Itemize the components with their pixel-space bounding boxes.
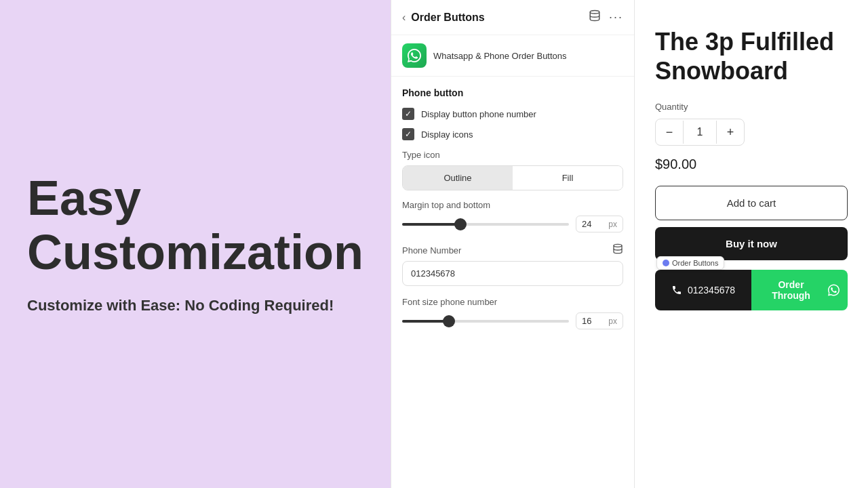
margin-label: Margin top and bottom xyxy=(402,200,623,210)
svg-point-0 xyxy=(590,11,599,14)
database-icon[interactable] xyxy=(589,9,601,25)
font-size-value-num: 16 xyxy=(582,316,591,326)
checkbox-display-icons-label: Display icons xyxy=(421,129,473,140)
hero-subtitle: Customize with Ease: No Coding Required! xyxy=(27,296,363,317)
svg-point-1 xyxy=(614,244,622,247)
font-size-slider-track[interactable] xyxy=(402,320,569,323)
left-panel: Easy Customization Customize with Ease: … xyxy=(0,0,391,488)
checkbox-display-icons[interactable]: ✓ xyxy=(402,128,414,140)
phone-db-icon[interactable] xyxy=(612,243,623,257)
whatsapp-order-button[interactable]: Order Through xyxy=(751,270,848,310)
font-size-slider-row: 16 px xyxy=(402,312,623,329)
phone-number-header: Phone Number xyxy=(402,243,623,257)
badge-dot xyxy=(663,260,669,266)
margin-value-display: 24 px xyxy=(576,216,623,232)
quantity-increase-btn[interactable]: + xyxy=(717,119,744,145)
margin-value-num: 24 xyxy=(582,219,591,229)
type-icon-label: Type icon xyxy=(402,150,623,160)
margin-slider-thumb xyxy=(454,218,467,230)
hero-title: Easy Customization xyxy=(27,171,363,279)
checkbox-row-2[interactable]: ✓ Display icons xyxy=(402,128,623,140)
margin-slider-fill xyxy=(402,223,460,226)
quantity-control: − 1 + xyxy=(655,119,745,146)
checkbox-row-1[interactable]: ✓ Display button phone number xyxy=(402,108,623,120)
order-buttons-container: Order Buttons 012345678 Order Through xyxy=(655,270,848,310)
more-options-icon[interactable]: ··· xyxy=(609,10,623,24)
product-price: $90.00 xyxy=(655,157,848,172)
back-button[interactable]: ‹ xyxy=(402,12,406,24)
margin-value-unit: px xyxy=(608,220,617,229)
add-to-cart-button[interactable]: Add to cart xyxy=(655,186,848,220)
app-row: Whatsapp & Phone Order Buttons xyxy=(391,35,634,77)
whatsapp-icon xyxy=(828,284,840,296)
phone-number-label: Phone Number xyxy=(402,245,461,256)
phone-order-button[interactable]: 012345678 xyxy=(655,270,751,310)
margin-slider-row: 24 px xyxy=(402,216,623,232)
font-size-value-display: 16 px xyxy=(576,312,623,329)
fill-toggle-btn[interactable]: Fill xyxy=(513,166,623,190)
product-title: The 3p Fulfilled Snowboard xyxy=(655,27,848,85)
checkbox-display-phone[interactable]: ✓ xyxy=(402,108,414,120)
panel-title: Order Buttons xyxy=(411,12,484,24)
phone-number-input[interactable] xyxy=(402,261,623,286)
quantity-value: 1 xyxy=(683,121,717,144)
panel-header: ‹ Order Buttons ··· xyxy=(391,0,634,35)
whatsapp-order-label: Order Through xyxy=(760,279,823,301)
outline-toggle-btn[interactable]: Outline xyxy=(403,166,513,190)
badge-label: Order Buttons xyxy=(672,259,718,267)
app-icon xyxy=(402,43,427,68)
margin-slider-track[interactable] xyxy=(402,223,569,226)
buy-now-button[interactable]: Buy it now xyxy=(655,227,848,260)
quantity-decrease-btn[interactable]: − xyxy=(656,119,683,145)
order-btns-row: 012345678 Order Through xyxy=(655,270,848,310)
font-size-label: Font size phone number xyxy=(402,297,623,307)
section-title: Phone button xyxy=(402,87,623,98)
type-icon-toggle[interactable]: Outline Fill xyxy=(402,165,623,190)
font-size-slider-fill xyxy=(402,320,449,323)
font-size-slider-thumb xyxy=(443,315,455,327)
settings-panel: ‹ Order Buttons ··· Whatsapp & Phone Ord… xyxy=(391,0,635,488)
checkbox-display-phone-label: Display button phone number xyxy=(421,109,536,119)
preview-panel: The 3p Fulfilled Snowboard Quantity − 1 … xyxy=(635,0,868,488)
font-size-value-unit: px xyxy=(608,317,617,326)
order-buttons-badge: Order Buttons xyxy=(656,256,724,270)
phone-order-number: 012345678 xyxy=(688,285,735,296)
panel-body: Phone button ✓ Display button phone numb… xyxy=(391,77,634,488)
phone-icon xyxy=(671,285,682,296)
app-name-label: Whatsapp & Phone Order Buttons xyxy=(433,51,567,61)
quantity-label: Quantity xyxy=(655,102,848,112)
